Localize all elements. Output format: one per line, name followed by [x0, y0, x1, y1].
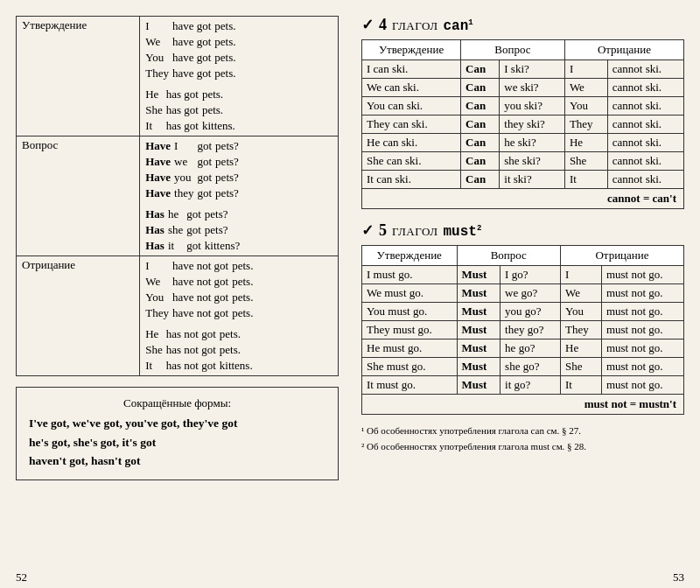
negative-group1: Ihave not gotpets. Wehave not gotpets. Y… [145, 258, 256, 321]
table-row: It must go. Mustit go? Itmust not go. [362, 376, 684, 395]
must-col-affirm: Утверждение [362, 246, 458, 266]
table-row: Havewegotpets? [145, 154, 242, 170]
question-label: Вопрос [17, 136, 140, 256]
section4-num: 4 [379, 16, 387, 34]
affirm-group1: Ihave gotpets. Wehave gotpets. Youhave g… [145, 18, 239, 81]
affirm-group2: Hehas gotpets. Shehas gotpets. Ithas got… [145, 87, 239, 134]
table-row: They can ski. Canthey ski? Theycannot sk… [362, 116, 684, 134]
affirm-content: Ihave gotpets. Wehave gotpets. Youhave g… [140, 17, 339, 136]
table-row: Theyhave not gotpets. [145, 305, 256, 321]
section5-title-ru: ГЛАГОЛ [392, 225, 438, 239]
section4-title-ru: ГЛАГОЛ [392, 19, 438, 33]
footnote1: ¹ Об особенностях употребления глагола c… [361, 424, 684, 438]
table-row: I can ski. CanI ski? Icannot ski. [362, 60, 684, 79]
question-content: HaveIgotpets? Havewegotpets? Haveyougotp… [140, 136, 339, 256]
table-row: HaveIgotpets? [145, 138, 242, 154]
shortforms-line1: I've got, we've got, you've got, they've… [29, 414, 326, 433]
can-col-negative: Отрицание [564, 40, 683, 60]
table-row: Havetheygotpets? [145, 186, 242, 201]
shortforms-line3: haven't got, hasn't got [29, 452, 326, 471]
table-row: Ithas not gotkittens. [145, 358, 256, 374]
table-row: Ithas gotkittens. [145, 118, 239, 134]
must-col-question: Вопрос [457, 246, 560, 266]
table-row: She can ski. Canshe ski? Shecannot ski. [362, 152, 684, 171]
shortforms-box: Сокращённые формы: I've got, we've got, … [16, 387, 339, 480]
section4-checkmark: ✓ [361, 16, 374, 34]
table-row: We must go. Mustwe go? Wemust not go. [362, 284, 684, 303]
question-group1: HaveIgotpets? Havewegotpets? Haveyougotp… [145, 138, 242, 201]
table-row: Wehave not gotpets. [145, 274, 256, 290]
table-row: Shehas gotpets. [145, 102, 239, 118]
have-got-table: Утверждение Ihave gotpets. Wehave gotpet… [16, 16, 339, 376]
shortforms-line2: he's got, she's got, it's got [29, 433, 326, 452]
page-footer: 52 53 [0, 567, 700, 588]
table-row: Hehas not gotpets. [145, 326, 256, 342]
table-row: They must go. Mustthey go? Theymust not … [362, 321, 684, 340]
negative-label: Отрицание [17, 256, 140, 376]
table-row: I must go. MustI go? Imust not go. [362, 266, 684, 284]
affirm-label: Утверждение [17, 17, 140, 136]
negative-content: Ihave not gotpets. Wehave not gotpets. Y… [140, 256, 339, 376]
can-col-question: Вопрос [461, 40, 565, 60]
question-group2: Hashegotpets? Hasshegotpets? Hasitgotkit… [145, 206, 243, 254]
left-page: Утверждение Ihave gotpets. Wehave gotpet… [9, 9, 346, 558]
section5-word: must2 [444, 224, 482, 240]
table-row: He can ski. Canhe ski? Hecannot ski. [362, 134, 684, 152]
table-row: Ihave not gotpets. [145, 258, 256, 274]
shortforms-content: I've got, we've got, you've got, they've… [29, 414, 326, 471]
table-row: Ihave gotpets. [145, 18, 239, 34]
table-row: He must go. Musthe go? Hemust not go. [362, 340, 684, 358]
section4-heading: ✓4 ГЛАГОЛ can1 [361, 16, 684, 34]
table-row: She must go. Mustshe go? Shemust not go. [362, 358, 684, 376]
section5-num: 5 [379, 221, 387, 240]
must-col-negative: Отрицание [561, 246, 684, 266]
right-page-num: 53 [673, 570, 684, 584]
can-footer-row: cannot = can't [362, 189, 684, 209]
table-row: Wehave gotpets. [145, 34, 239, 50]
section4-word: can1 [444, 18, 473, 34]
must-footer-row: must not = mustn't [362, 395, 684, 415]
table-row: Youhave not gotpets. [145, 290, 256, 305]
table-row: It can ski. Canit ski? Itcannot ski. [362, 171, 684, 189]
negative-group2: Hehas not gotpets. Shehas not gotpets. I… [145, 326, 256, 374]
footnote2: ² Об особенностях употребления глагола m… [361, 439, 684, 454]
can-col-affirm: Утверждение [362, 40, 461, 60]
table-row: You must go. Mustyou go? Youmust not go. [362, 303, 684, 321]
table-row: Youhave gotpets. [145, 50, 239, 66]
section5-heading: ✓5 ГЛАГОЛ must2 [361, 221, 684, 240]
table-row: Hashegotpets? [145, 206, 243, 222]
left-page-num: 52 [16, 570, 27, 584]
table-row: Hasshegotpets? [145, 222, 243, 238]
table-row: You can ski. Canyou ski? Youcannot ski. [362, 97, 684, 116]
right-page: ✓4 ГЛАГОЛ can1 Утверждение Вопрос Отрица… [354, 9, 691, 558]
section5-checkmark: ✓ [361, 221, 374, 240]
can-table: Утверждение Вопрос Отрицание I can ski. … [361, 39, 684, 209]
table-row: Shehas not gotpets. [145, 342, 256, 358]
table-row: Theyhave gotpets. [145, 66, 239, 81]
footnotes: ¹ Об особенностях употребления глагола c… [361, 424, 684, 453]
must-table: Утверждение Вопрос Отрицание I must go. … [361, 245, 684, 415]
shortforms-title: Сокращённые формы: [29, 396, 326, 410]
table-row: Hasitgotkittens? [145, 238, 243, 254]
table-row: Hehas gotpets. [145, 87, 239, 102]
table-row: Haveyougotpets? [145, 170, 242, 186]
table-row: We can ski. Canwe ski? Wecannot ski. [362, 79, 684, 97]
